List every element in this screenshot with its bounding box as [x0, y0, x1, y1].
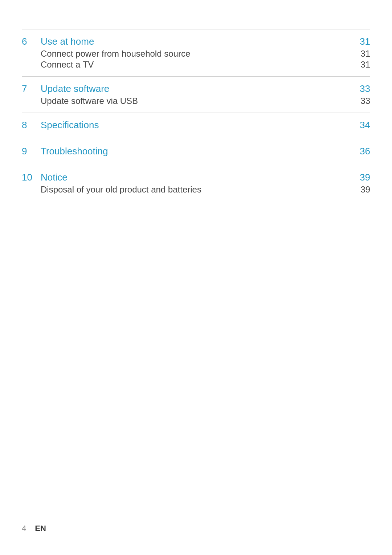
toc-subsection-title: Disposal of your old product and batteri…: [41, 185, 201, 195]
toc-section-number: 8: [22, 119, 41, 131]
toc-section: 7Update software33Update software via US…: [22, 76, 370, 113]
toc-main-row: 9Troubleshooting36: [22, 146, 370, 157]
toc-section-page: 39: [360, 172, 370, 183]
toc-section-title: Troubleshooting: [41, 146, 108, 157]
toc-section-title: Specifications: [41, 119, 99, 131]
toc-main-row: 6Use at home31: [22, 36, 370, 47]
toc-section-page: 33: [360, 83, 370, 94]
toc-sub-row: Disposal of your old product and batteri…: [22, 185, 370, 195]
toc-sub-row: Update software via USB33: [22, 96, 370, 106]
toc-section-number: 9: [22, 146, 41, 157]
toc-section-number: 6: [22, 36, 41, 47]
toc-section-number: 7: [22, 83, 41, 94]
toc-section: 9Troubleshooting36: [22, 139, 370, 165]
toc-subsection-title: Connect power from household source: [41, 49, 190, 59]
toc-subsection-page: 31: [360, 49, 370, 59]
toc-subsection-title: Connect a TV: [41, 60, 94, 70]
toc-section-title: Update software: [41, 83, 109, 94]
toc-section: 10Notice39Disposal of your old product a…: [22, 165, 370, 201]
toc-section: 8Specifications34: [22, 113, 370, 139]
toc-section: 6Use at home31Connect power from househo…: [22, 29, 370, 76]
footer-page-number: 4: [22, 524, 26, 533]
table-of-contents: 6Use at home31Connect power from househo…: [22, 29, 370, 201]
toc-subsection-page: 39: [360, 185, 370, 195]
toc-sub-row: Connect power from household source31: [22, 49, 370, 59]
toc-section-number: 10: [22, 172, 41, 183]
footer: 4 EN: [22, 524, 46, 533]
toc-section-page: 36: [360, 146, 370, 157]
toc-section-title: Use at home: [41, 36, 94, 47]
toc-main-row: 8Specifications34: [22, 119, 370, 131]
toc-section-page: 34: [360, 119, 370, 131]
toc-sub-row: Connect a TV31: [22, 60, 370, 70]
toc-main-row: 7Update software33: [22, 83, 370, 94]
toc-section-page: 31: [360, 36, 370, 47]
toc-subsection-page: 33: [360, 96, 370, 106]
toc-subsection-page: 31: [360, 60, 370, 70]
toc-main-row: 10Notice39: [22, 172, 370, 183]
toc-subsection-title: Update software via USB: [41, 96, 138, 106]
footer-language: EN: [35, 524, 46, 533]
toc-section-title: Notice: [41, 172, 68, 183]
